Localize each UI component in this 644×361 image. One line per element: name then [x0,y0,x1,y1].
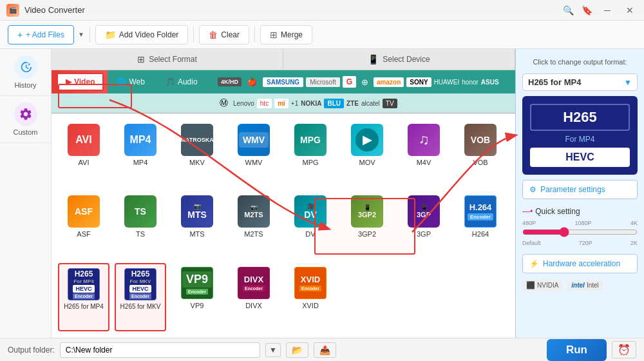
brand-htc[interactable]: htc [257,99,272,108]
format-item-vp9[interactable]: VP9 Encoder VP9 [171,263,223,331]
format-grid: AVI AVI MP4 MP4 MATROSKA MKV WMV [52,113,515,338]
brand-samsung[interactable]: SAMSUNG [263,77,303,87]
mp4-icon: MP4 [124,124,156,156]
change-format-label: Click to change output format: [522,55,638,68]
brand-blu[interactable]: BLU [324,99,344,108]
output-format-name: H265 for MP4 [528,77,581,87]
format-item-wmv[interactable]: WMV WMV [228,120,279,186]
sidebar-item-history[interactable]: History [0,49,51,96]
format-item-vob[interactable]: VOB VOB [455,120,506,186]
brand-huawei[interactable]: HUAWEI [434,79,460,86]
output-path-input[interactable] [60,342,260,358]
history-icon-circle [14,55,37,79]
close-button[interactable]: ✕ [622,4,638,17]
search-icon[interactable]: 🔍 [563,5,574,15]
format-item-3gp[interactable]: 📱 3GP 3GP [398,191,450,258]
minimize-button[interactable]: ─ [600,4,614,17]
toolbar-separator2 [193,27,194,43]
format-item-mp4[interactable]: MP4 MP4 [115,120,166,186]
format-item-h265mp4[interactable]: H265 For MP4 HEVC Encoder H265 for MP4 [58,263,109,331]
h264-label: H264 [472,230,489,238]
format-preview-name: H265 [530,104,630,131]
clear-button[interactable]: 🗑 Clear [199,25,249,44]
avi-icon: AVI [68,124,100,156]
format-item-h264[interactable]: H.264 Encoder H264 [455,191,506,258]
format-item-mov[interactable]: ▶ MOV [341,120,393,186]
m2ts-icon: 📷 M2TS [238,195,270,228]
param-icon: ⚙ [529,185,536,194]
format-item-mkv[interactable]: MATROSKA MKV [171,120,223,186]
brand-amazon[interactable]: amazon [374,77,404,87]
add-video-folder-button[interactable]: 📁 Add Video Folder [95,25,189,44]
format-item-xvid[interactable]: XVID Encoder XVID [285,263,336,331]
play-icon: ▶ [66,77,71,86]
tab-select-device[interactable]: 📱 Select Device [283,49,515,70]
web-icon: 🌐 [117,77,126,86]
format-preview-bot: HEVC [530,148,630,167]
slider-container: 480P 1080P 4K Default 720P 2K [522,220,638,246]
alarm-button[interactable]: ⏰ [612,341,636,358]
history-label: History [14,81,36,89]
brand-asus[interactable]: ASUS [481,79,499,86]
vob-icon: VOB [464,124,497,156]
format-item-h265mkv[interactable]: H265 For MKV HEVC Encoder H265 for MKV [115,263,166,331]
brand-google[interactable]: G [343,76,356,88]
brand-zte[interactable]: ZTE [346,100,359,107]
format-item-asf[interactable]: ASF ASF [58,191,109,258]
brand-4khd[interactable]: 4K/HD [218,77,242,86]
divx-icon: DIVX Encoder [238,267,270,299]
quality-slider[interactable] [522,227,638,237]
nvidia-label: NVIDIA [537,282,558,289]
brand-apple[interactable]: 🍎 [244,76,260,88]
h264-icon: H.264 Encoder [464,195,497,228]
asf-label: ASF [77,230,90,238]
add-files-button[interactable]: + + Add Files [8,25,74,44]
format-preview-mid: For MP4 [565,135,594,144]
add-files-dropdown[interactable]: ▼ [78,31,84,38]
brand-chrome[interactable]: ⊕ [359,76,371,88]
custom-icon [19,107,33,121]
output-format-selector[interactable]: H265 for MP4 ▼ [522,73,638,91]
nvidia-logo[interactable]: ⬛ NVIDIA [522,280,562,291]
format-item-mts[interactable]: 📷 MTS MTS [171,191,223,258]
mov-icon: ▶ [351,124,383,156]
browse-folder-button[interactable]: 📂 [286,342,308,358]
brand-honor[interactable]: honor [462,79,478,86]
right-panel: Click to change output format: H265 for … [515,49,644,338]
brand-nokia[interactable]: NOKIA [301,100,321,107]
format-item-divx[interactable]: DIVX Encoder DIVX [228,263,279,331]
brand-sony[interactable]: SONY [406,77,431,87]
parameter-settings-button[interactable]: ⚙ Parameter settings [522,180,638,199]
hardware-acceleration-button[interactable]: ⚡ Hardware acceleration [522,254,638,273]
format-item-dv[interactable]: 🎥 DV DV [285,191,336,258]
format-item-mpg[interactable]: MPG MPG [285,120,336,186]
format-tab-icon: ⊞ [137,54,145,64]
mts-label: MTS [189,230,204,238]
brand-lenovo[interactable]: Lenovo [233,100,254,107]
brand-tv[interactable]: TV [383,99,397,108]
format-item-ts[interactable]: TS TS [115,191,166,258]
run-button[interactable]: Run [547,339,607,361]
brand-motorola[interactable]: Ⓜ [217,96,231,110]
audio-format-button[interactable]: 🎵 Audio [158,74,205,90]
format-item-3gp2[interactable]: 📱 3GP2 3GP2 [341,191,393,258]
brand-microsoft[interactable]: Microsoft [306,77,340,87]
mts-icon: 📷 MTS [181,195,213,228]
brand-mi[interactable]: mi [274,99,289,108]
brand-alcatel[interactable]: alcatel [361,100,380,107]
bookmark-icon[interactable]: 🔖 [582,5,592,15]
sidebar-item-custom[interactable]: Custom [0,96,51,143]
web-format-button[interactable]: 🌐 Web [109,74,152,90]
merge-button[interactable]: ⊞ Merge [260,25,312,44]
video-format-button[interactable]: ▶ Video [57,73,104,91]
format-item-m2ts[interactable]: 📷 M2TS M2TS [228,191,279,258]
path-dropdown-arrow[interactable]: ▼ [265,343,281,357]
intel-logo-container[interactable]: intel Intel [567,280,602,290]
format-item-m4v[interactable]: ♫ M4V [398,120,450,186]
open-output-button[interactable]: 📤 [314,342,336,358]
tab-select-format[interactable]: ⊞ Select Format [52,49,283,70]
folder-icon: 📁 [105,30,116,40]
brand-oneplus[interactable]: +1 [291,100,298,107]
main-content: History Custom ⊞ Select Format [0,49,644,338]
format-item-avi[interactable]: AVI AVI [58,120,109,186]
